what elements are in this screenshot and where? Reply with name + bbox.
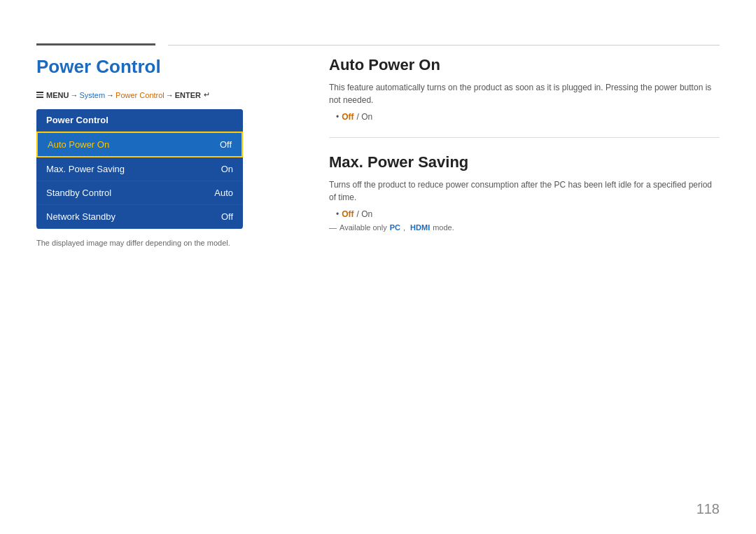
item-label-network-standby: Network Standby (46, 211, 115, 222)
note-hdmi: HDMI (410, 223, 430, 232)
enter-word: ENTER (175, 91, 201, 99)
page-title: Power Control (36, 56, 288, 78)
page-container: Power Control MENU → System → Power Cont… (0, 0, 756, 534)
panel-item-network-standby[interactable]: Network Standby Off (36, 205, 243, 229)
item-value-max-power-saving: On (221, 164, 233, 174)
item-value-network-standby: Off (221, 211, 233, 222)
item-label-standby-control: Standby Control (46, 188, 111, 198)
footnote: The displayed image may differ depending… (36, 239, 288, 247)
right-column: Auto Power On This feature automatically… (329, 56, 720, 232)
option-list-auto-power-on: Off / On (329, 112, 720, 122)
item-value-standby-control: Auto (214, 188, 233, 198)
section-desc-max-power-saving: Turns off the product to reduce power co… (329, 178, 720, 204)
panel-item-max-power-saving[interactable]: Max. Power Saving On (36, 157, 243, 181)
enter-icon: ↵ (204, 90, 210, 99)
item-label-max-power-saving: Max. Power Saving (46, 164, 125, 174)
opt-separator: / On (357, 112, 373, 122)
menu-icon (36, 92, 43, 98)
left-column: Power Control MENU → System → Power Cont… (36, 56, 288, 247)
menu-path: MENU → System → Power Control → ENTER ↵ (36, 90, 288, 99)
option-list-max-power-saving: Off / On (329, 209, 720, 219)
item-label-auto-power-on: Auto Power On (48, 139, 109, 150)
available-note: Available only PC, HDMI mode. (329, 223, 720, 232)
panel-item-standby-control[interactable]: Standby Control Auto (36, 181, 243, 205)
section-separator (329, 137, 720, 138)
section-title-auto-power-on: Auto Power On (329, 56, 720, 74)
arrow1: → (70, 91, 78, 99)
top-line-right (168, 45, 720, 45)
opt-off: Off (342, 112, 354, 122)
arrow2: → (106, 91, 114, 99)
section-title-max-power-saving: Max. Power Saving (329, 153, 720, 171)
option-item-off-on-2: Off / On (336, 209, 720, 219)
power-control-link: Power Control (115, 91, 164, 99)
opt-separator-2: / On (357, 209, 373, 219)
item-value-auto-power-on: Off (220, 139, 232, 150)
section-desc-auto-power-on: This feature automatically turns on the … (329, 81, 720, 106)
section-auto-power-on: Auto Power On This feature automatically… (329, 56, 720, 122)
system-link: System (79, 91, 105, 99)
panel-item-auto-power-on[interactable]: Auto Power On Off (36, 132, 243, 157)
note-pc: PC (390, 223, 400, 232)
power-panel: Power Control Auto Power On Off Max. Pow… (36, 109, 243, 229)
opt-off-2: Off (342, 209, 354, 219)
section-max-power-saving: Max. Power Saving Turns off the product … (329, 153, 720, 232)
page-number: 118 (696, 501, 720, 517)
arrow3: → (166, 91, 174, 99)
menu-word: MENU (46, 91, 69, 99)
top-line-left (36, 43, 155, 45)
option-item-off-on: Off / On (336, 112, 720, 122)
panel-header: Power Control (36, 109, 243, 132)
